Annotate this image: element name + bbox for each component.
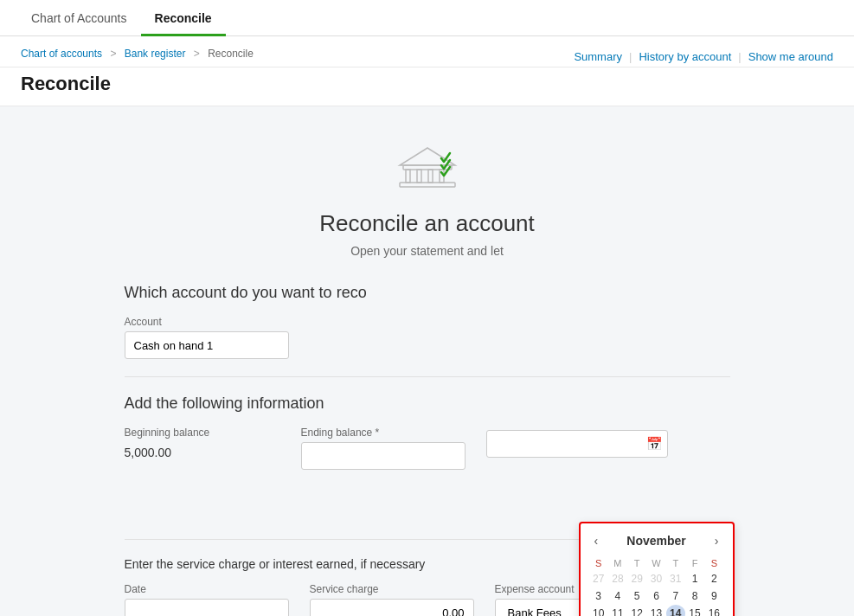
service-charge-input[interactable] — [310, 599, 474, 616]
main-heading: Reconcile an account — [21, 210, 833, 237]
svg-rect-4 — [428, 170, 433, 183]
svg-rect-3 — [417, 170, 421, 183]
calendar-day[interactable]: 5 — [627, 587, 646, 605]
calendar-day[interactable]: 8 — [685, 587, 704, 605]
breadcrumb-bank-register[interactable]: Bank register — [125, 48, 186, 60]
service-charge-field: Service charge — [310, 583, 474, 616]
which-account-label: Which account do you want to reco — [125, 284, 730, 302]
calendar-day[interactable]: 14 — [666, 605, 685, 616]
cal-header-mon: M — [608, 556, 627, 570]
calendar-day[interactable]: 16 — [704, 605, 723, 616]
cal-header-sat: S — [704, 556, 723, 570]
nav-chart-of-accounts[interactable]: Chart of Accounts — [17, 3, 141, 36]
calendar-day[interactable]: 2 — [704, 570, 723, 587]
history-by-account-link[interactable]: History by account — [639, 50, 731, 63]
nav-reconcile[interactable]: Reconcile — [141, 3, 226, 36]
account-field-group: Account — [125, 316, 730, 359]
calendar-popup: ‹ November › S M T W T F S 2 — [579, 522, 735, 616]
summary-link[interactable]: Summary — [574, 50, 622, 63]
calendar-day[interactable]: 7 — [666, 587, 685, 605]
top-navigation: Chart of Accounts Reconcile — [0, 0, 854, 36]
account-label: Account — [125, 316, 289, 328]
sub-text: Open your statement and let — [21, 244, 833, 258]
calendar-day[interactable]: 9 — [704, 587, 723, 605]
cal-header-fri: F — [685, 556, 704, 570]
account-input[interactable] — [125, 331, 289, 359]
header-sep-1: | — [629, 50, 632, 63]
calendar-day[interactable]: 1 — [685, 570, 704, 587]
service-charge-label: Service charge — [310, 583, 474, 595]
calendar-day[interactable]: 27 — [589, 570, 608, 587]
breadcrumb-sep-2: > — [194, 48, 200, 60]
service-date-field: Date — [125, 583, 289, 616]
breadcrumb-sep-1: > — [110, 48, 116, 60]
beginning-balance-label: Beginning balance — [125, 427, 280, 439]
calendar-month-label: November — [626, 534, 685, 548]
add-info-label: Add the following information — [125, 395, 730, 413]
calendar-day[interactable]: 3 — [589, 587, 608, 605]
cal-header-thu: T — [666, 556, 685, 570]
calendar-day[interactable]: 15 — [685, 605, 704, 616]
service-date-input[interactable] — [125, 599, 289, 616]
calendar-day[interactable]: 13 — [646, 605, 665, 616]
calendar-day[interactable]: 31 — [666, 570, 685, 587]
main-content: Reconcile an account Open your statement… — [0, 106, 854, 616]
calendar-day[interactable]: 29 — [627, 570, 646, 587]
title-row: Reconcile — [0, 67, 854, 106]
balance-field-group: Beginning balance 5,000.00 Ending balanc… — [125, 427, 730, 470]
header-right-links: Summary | History by account | Show me a… — [574, 50, 833, 63]
breadcrumb-chart-of-accounts[interactable]: Chart of accounts — [21, 48, 102, 60]
calendar-next-button[interactable]: › — [710, 532, 724, 549]
calendar-icon[interactable]: 📅 — [646, 436, 663, 452]
service-date-label: Date — [125, 583, 289, 595]
form-section: Which account do you want to reco Accoun… — [125, 284, 730, 616]
page-title: Reconcile — [21, 73, 111, 95]
calendar-prev-button[interactable]: ‹ — [589, 532, 604, 549]
ending-balance-label: Ending balance * — [301, 427, 466, 439]
beginning-balance-field: Beginning balance 5,000.00 — [125, 427, 280, 470]
cal-header-tue: T — [627, 556, 646, 570]
divider-1 — [125, 376, 730, 377]
header-sep-2: | — [738, 50, 741, 63]
calendar-day[interactable]: 12 — [627, 605, 646, 616]
calendar-day[interactable]: 28 — [608, 570, 627, 587]
header-wrapper: Chart of accounts > Bank register > Reco… — [0, 36, 854, 106]
ending-balance-input[interactable] — [301, 442, 466, 470]
center-section: Reconcile an account Open your statement… — [21, 132, 833, 258]
account-field: Account — [125, 316, 289, 359]
breadcrumb: Chart of accounts > Bank register > Reco… — [21, 48, 254, 60]
show-me-around-link[interactable]: Show me around — [748, 50, 833, 63]
ending-date-input[interactable] — [486, 430, 668, 458]
calendar-day[interactable]: 4 — [608, 587, 627, 605]
breadcrumb-current: Reconcile — [208, 48, 254, 60]
calendar-header: ‹ November › — [589, 532, 724, 549]
ending-date-field: 📅 — [486, 427, 668, 470]
cal-header-wed: W — [646, 556, 665, 570]
breadcrumb-bar: Chart of accounts > Bank register > Reco… — [0, 36, 854, 67]
calendar-day[interactable]: 30 — [646, 570, 665, 587]
calendar-grid: S M T W T F S 27282930311234567891011121… — [589, 556, 724, 616]
svg-rect-2 — [406, 170, 410, 183]
calendar-day[interactable]: 11 — [608, 605, 627, 616]
calendar-day[interactable]: 10 — [589, 605, 608, 616]
bank-icon — [393, 132, 462, 202]
beginning-balance-value: 5,000.00 — [125, 442, 280, 459]
ending-balance-field: Ending balance * — [301, 427, 466, 470]
calendar-day[interactable]: 6 — [646, 587, 665, 605]
cal-header-sun: S — [589, 556, 608, 570]
